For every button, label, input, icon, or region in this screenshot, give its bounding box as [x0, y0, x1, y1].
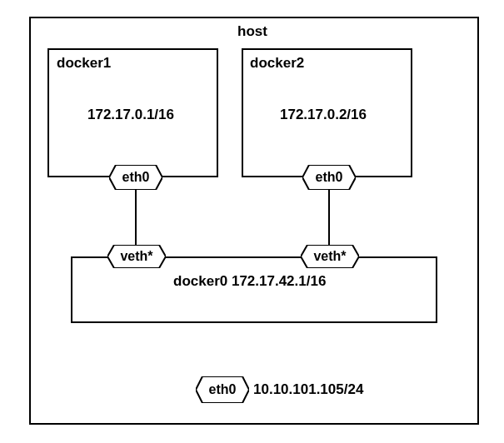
eth0-icon: eth0 — [302, 165, 356, 190]
veth-icon: veth* — [107, 245, 166, 268]
veth-left-badge: veth* — [107, 245, 166, 268]
eth0-icon: eth0 — [196, 376, 249, 403]
host-eth0-badge: eth0 — [196, 376, 249, 403]
docker1-name: docker1 — [57, 55, 111, 72]
host-title: host — [237, 23, 267, 40]
veth-icon: veth* — [301, 245, 359, 268]
veth-right-badge: veth* — [301, 245, 359, 268]
docker2-name: docker2 — [250, 55, 304, 72]
docker1-ip: 172.17.0.1/16 — [87, 107, 174, 123]
docker2-ip: 172.17.0.2/16 — [280, 107, 367, 123]
diagram: host docker1 172.17.0.1/16 docker2 172.1… — [0, 0, 504, 443]
eth0-icon: eth0 — [109, 165, 162, 190]
docker2-eth0-badge: eth0 — [302, 165, 356, 190]
host-eth0-ip: 10.10.101.105/24 — [253, 381, 363, 398]
docker1-eth0-badge: eth0 — [109, 165, 162, 190]
bridge-label: docker0 172.17.42.1/16 — [173, 273, 326, 290]
